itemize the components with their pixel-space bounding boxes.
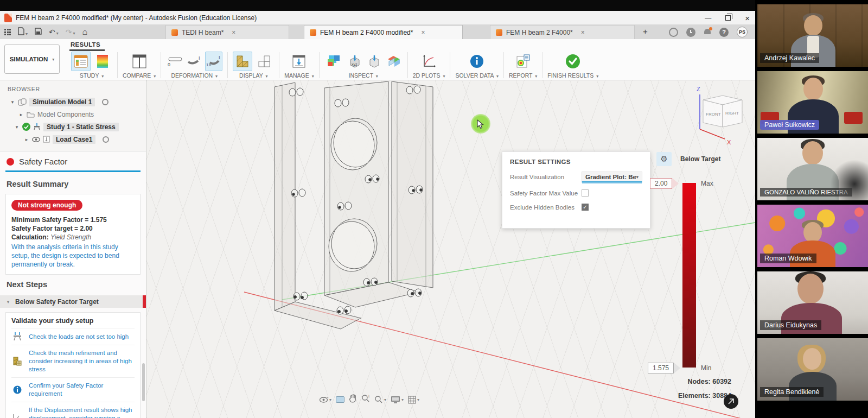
tree-item-load-case1[interactable]: ▸ Load Case1: [0, 133, 146, 145]
chevron-right-icon[interactable]: ▸: [18, 112, 24, 117]
display-wireframe-button[interactable]: [254, 52, 274, 71]
tab-close-icon[interactable]: ×: [232, 29, 235, 36]
study-details-button[interactable]: [71, 52, 91, 71]
report-button[interactable]: [513, 52, 533, 71]
step-check-loads[interactable]: Check the loads are not set too high: [11, 328, 135, 345]
exclude-hidden-label: Exclude Hidden Bodies: [510, 204, 582, 211]
tab-close-icon[interactable]: ×: [581, 29, 585, 36]
group-study: STUDY ▾: [66, 51, 117, 79]
group-label-solver-data[interactable]: SOLVER DATA ▾: [455, 72, 499, 79]
compare-button[interactable]: [130, 52, 149, 71]
tab-tedi-h-beam[interactable]: TEDI H beam* ×: [165, 25, 289, 39]
group-label-study[interactable]: STUDY ▾: [80, 72, 104, 79]
clock-icon[interactable]: [686, 28, 695, 37]
model-viewport[interactable]: Z X FRONT RIGHT RESULT SETTINGS Result V…: [146, 80, 755, 418]
inspect-result-tools-button[interactable]: [324, 52, 344, 71]
look-at-button[interactable]: [336, 396, 344, 403]
fit-button[interactable]: ▾: [374, 395, 386, 404]
legend-settings-gear-icon[interactable]: ⚙: [656, 152, 672, 166]
orbit-button[interactable]: ▾: [319, 396, 331, 404]
legend-max-chip[interactable]: 2.00: [650, 178, 679, 189]
help-icon[interactable]: ?: [719, 28, 729, 37]
deformation-actual-button[interactable]: I: [186, 52, 203, 71]
job-status-icon[interactable]: [669, 28, 678, 37]
h-beam-model[interactable]: [260, 80, 434, 335]
tab-fem-h-beam[interactable]: FEM H beam 2 F4000* ×: [490, 25, 635, 39]
participant-tile[interactable]: Darius Eidukynas: [757, 271, 868, 334]
workspace-selector[interactable]: SIMULATION ▾: [4, 45, 60, 74]
participant-tile[interactable]: GONZALO VALIÑO RIESTRA: [757, 138, 868, 200]
step-check-mesh[interactable]: Check the mesh refinement and consider i…: [11, 345, 135, 377]
safety-factor-target-line: Safety Factor target = 2.00: [11, 224, 135, 233]
tree-item-study1[interactable]: ▾ Study 1 - Static Stress: [0, 121, 146, 133]
group-label-report[interactable]: REPORT ▾: [509, 72, 537, 79]
display-mesh-button[interactable]: [233, 52, 252, 71]
participant-tile[interactable]: Regita Bendikienė: [757, 338, 868, 401]
new-tab-button[interactable]: +: [643, 27, 648, 36]
chevron-down-icon[interactable]: ▾: [10, 99, 15, 105]
tree-item-simulation-model[interactable]: ▾ Simulation Model 1: [0, 96, 146, 108]
finish-results-button[interactable]: [563, 52, 583, 71]
solver-data-button[interactable]: [467, 52, 487, 71]
calculation-line: Calculation: Yield Strength: [11, 233, 135, 242]
close-button[interactable]: ×: [745, 14, 750, 22]
group-label-finish-results[interactable]: FINISH RESULTS ▾: [547, 72, 598, 79]
tree-item-model-components[interactable]: ▸ Model Components: [0, 108, 146, 121]
pan-button[interactable]: [349, 394, 357, 405]
activate-radio[interactable]: [102, 99, 108, 105]
home-icon[interactable]: ⌂: [82, 28, 88, 36]
ribbon-tab-results[interactable]: RESULTS: [71, 41, 100, 48]
activate-radio[interactable]: [103, 136, 109, 143]
meeting-overlay-icon[interactable]: [724, 394, 738, 409]
step-confirm-requirement[interactable]: Confirm your Safety Factor requirement: [11, 377, 135, 402]
group-solver-data: SOLVER DATA ▾: [450, 51, 503, 79]
group-label-deformation[interactable]: DEFORMATION ▾: [171, 72, 218, 79]
legend-min-chip[interactable]: 1.575: [648, 363, 680, 373]
deformation-none-button[interactable]: 0: [166, 52, 183, 71]
result-type-title[interactable]: Safety Factor: [19, 157, 67, 166]
manage-button[interactable]: [289, 52, 309, 71]
eye-icon[interactable]: [32, 137, 40, 142]
below-target-group-header[interactable]: ▾ Below Safety Factor Target: [0, 295, 146, 308]
group-label-compare[interactable]: COMPARE ▾: [123, 72, 156, 79]
max-value-checkbox[interactable]: [582, 189, 589, 197]
participant-tile[interactable]: Paweł Sułkowicz: [757, 71, 868, 134]
zoom-button[interactable]: ±: [361, 394, 370, 405]
participant-tile[interactable]: Andrzej Kawalec: [757, 4, 868, 67]
chevron-down-icon[interactable]: ▾: [14, 124, 20, 130]
display-settings-button[interactable]: ▾: [391, 396, 404, 404]
redo-button[interactable]: ↷▾: [66, 27, 75, 37]
chevron-right-icon[interactable]: ▸: [24, 137, 29, 142]
chevron-down-icon[interactable]: ▾: [5, 299, 11, 305]
minimize-button[interactable]: —: [705, 15, 711, 21]
save-button[interactable]: [35, 27, 42, 37]
grid-snap-button[interactable]: ▾: [408, 396, 419, 404]
inspect-slice-plane-button[interactable]: [385, 52, 403, 71]
notifications-bell-icon[interactable]: [704, 28, 711, 36]
visualization-dropdown[interactable]: Gradient Plot: Below ▾: [582, 172, 642, 182]
step-nonlinear-study[interactable]: If the Displacement result shows high di…: [11, 402, 135, 418]
deformation-scaled-button[interactable]: I1X: [205, 52, 222, 71]
file-menu-button[interactable]: ▾: [18, 27, 28, 37]
app-launcher-icon[interactable]: [4, 29, 11, 35]
view-cube[interactable]: Z X FRONT RIGHT: [689, 85, 749, 150]
inspect-probe-button[interactable]: [366, 52, 383, 71]
legend-title: Below Target: [680, 155, 720, 163]
tab-close-icon[interactable]: ×: [421, 29, 425, 36]
group-label-manage[interactable]: MANAGE ▾: [284, 72, 314, 79]
2d-plots-button[interactable]: [419, 52, 439, 71]
tab-fem-h-beam-modified[interactable]: FEM H beam 2 F4000 modified* ×: [304, 25, 463, 39]
group-label-display[interactable]: DISPLAY ▾: [239, 72, 267, 79]
study-legend-button[interactable]: [93, 52, 112, 71]
undo-button[interactable]: ↶▾: [49, 27, 59, 37]
group-label-2d-plots[interactable]: 2D PLOTS ▾: [413, 72, 445, 79]
participant-tile[interactable]: Roman Wdowik: [757, 205, 868, 267]
user-avatar[interactable]: PS: [737, 27, 748, 37]
loads-icon: [11, 332, 23, 341]
inspect-point-xyz-button[interactable]: xyz: [346, 52, 363, 71]
exclude-hidden-checkbox[interactable]: ✓: [582, 204, 589, 211]
group-label-inspect[interactable]: INSPECT ▾: [349, 72, 378, 79]
panel-scrollbar[interactable]: [142, 363, 145, 401]
restore-button[interactable]: [725, 15, 731, 21]
participant-name: GONZALO VALIÑO RIESTRA: [760, 188, 852, 197]
